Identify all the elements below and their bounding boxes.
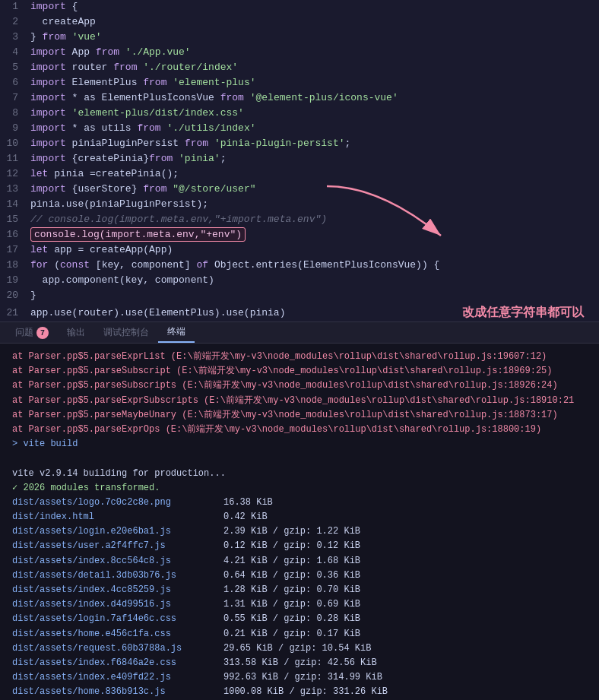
file-name: dist/assets/home.e456c1fa.css bbox=[12, 627, 217, 641]
code-line: 9import * as utils from './utils/index' bbox=[0, 122, 599, 137]
line-content: import piniaPluginPersist from 'pinia-pl… bbox=[30, 138, 599, 149]
line-content: import router from './router/index' bbox=[30, 62, 599, 73]
code-line: 18for (const [key, component] of Object.… bbox=[0, 258, 599, 274]
terminal-file-line: dist/assets/detail.3db03b76.js0.64 KiB /… bbox=[12, 569, 587, 583]
code-line: 5import router from './router/index' bbox=[0, 61, 599, 76]
file-name: dist/assets/login.e20e6ba1.js bbox=[12, 524, 217, 539]
line-content: pinia.use(piniaPluginPersist); bbox=[30, 198, 599, 210]
terminal-error-line: at Parser.pp$5.parseMaybeUnary (E:\前端开发\… bbox=[12, 408, 587, 423]
file-name: dist/index.html bbox=[12, 510, 217, 524]
line-content: import ElementPlus from 'element-plus' bbox=[30, 77, 599, 88]
line-number: 14 bbox=[0, 198, 30, 210]
terminal-file-line: dist/assets/index.d4d99516.js1.31 KiB / … bbox=[12, 597, 587, 612]
line-number: 11 bbox=[0, 153, 30, 164]
editor-area: 1import {2 createApp3} from 'vue'4import… bbox=[0, 0, 599, 321]
line-content: let pinia =createPinia(); bbox=[30, 168, 599, 179]
line-content: import 'element-plus/dist/index.css' bbox=[30, 107, 599, 119]
code-line: 4import App from './App.vue' bbox=[0, 46, 599, 61]
line-number: 2 bbox=[0, 16, 30, 27]
file-size: 0.55 KiB / gzip: 0.28 KiB bbox=[223, 612, 360, 626]
line-number: 4 bbox=[0, 46, 30, 58]
file-size: 16.38 KiB bbox=[223, 496, 273, 510]
file-size: 0.12 KiB / gzip: 0.12 KiB bbox=[223, 539, 360, 553]
file-name: dist/assets/index.8cc564c8.js bbox=[12, 554, 217, 569]
terminal-cmd-line: > vite build bbox=[12, 437, 587, 451]
code-line: 10import piniaPluginPersist from 'pinia-… bbox=[0, 137, 599, 152]
line-content: console.log(import.meta.env,"+env") bbox=[30, 229, 599, 240]
tab-输出[interactable]: 输出 bbox=[58, 323, 94, 342]
file-size: 992.63 KiB / gzip: 314.99 KiB bbox=[223, 670, 382, 685]
file-name: dist/assets/user.a2f4ffc7.js bbox=[12, 539, 217, 553]
code-line: 12let pinia =createPinia(); bbox=[0, 167, 599, 182]
code-line: 17let app = createApp(App) bbox=[0, 243, 599, 258]
file-size: 1000.08 KiB / gzip: 331.26 KiB bbox=[223, 685, 388, 699]
line-content: app.component(key, component) bbox=[30, 274, 599, 286]
line-number: 10 bbox=[0, 138, 30, 149]
line-content: createApp bbox=[30, 16, 599, 27]
line-number: 18 bbox=[0, 259, 30, 271]
file-size: 0.64 KiB / gzip: 0.36 KiB bbox=[223, 569, 360, 583]
file-name: dist/assets/request.60b3788a.js bbox=[12, 641, 217, 656]
tab-badge: 7 bbox=[36, 327, 49, 339]
terminal-build-info: vite v2.9.14 building for production... bbox=[12, 467, 587, 481]
file-name: dist/assets/index.f6846a2e.css bbox=[12, 656, 217, 670]
terminal-build-info: ✓ 2026 modules transformed. bbox=[12, 481, 587, 496]
terminal-file-line: dist/assets/user.a2f4ffc7.js0.12 KiB / g… bbox=[12, 539, 587, 553]
code-line: 8import 'element-plus/dist/index.css' bbox=[0, 106, 599, 122]
line-number: 17 bbox=[0, 244, 30, 255]
line-content: import App from './App.vue' bbox=[30, 46, 599, 58]
tab-调试控制台[interactable]: 调试控制台 bbox=[94, 323, 158, 342]
code-line: 11import {createPinia}from 'pinia'; bbox=[0, 152, 599, 167]
file-name: dist/assets/index.d4d99516.js bbox=[12, 597, 217, 612]
line-content: } bbox=[30, 290, 599, 301]
file-size: 0.21 KiB / gzip: 0.17 KiB bbox=[223, 627, 360, 641]
terminal-error-line: at Parser.pp$5.parseExprOps (E:\前端开发\my-… bbox=[12, 423, 587, 437]
code-line: 6import ElementPlus from 'element-plus' bbox=[0, 76, 599, 91]
line-number: 9 bbox=[0, 122, 30, 134]
terminal-file-line: dist/assets/login.e20e6ba1.js2.39 KiB / … bbox=[12, 524, 587, 539]
line-content: import {createPinia}from 'pinia'; bbox=[30, 153, 599, 164]
terminal-file-line: dist/assets/index.e409fd22.js992.63 KiB … bbox=[12, 670, 587, 685]
code-line: 14pinia.use(piniaPluginPersist); bbox=[0, 198, 599, 213]
line-number: 7 bbox=[0, 92, 30, 103]
code-line: 16console.log(import.meta.env,"+env") bbox=[0, 228, 599, 243]
line-content: // console.log(import.meta.env,"+import.… bbox=[30, 214, 599, 225]
code-line: 3} from 'vue' bbox=[0, 30, 599, 46]
line-content: app.use(router).use(ElementPlus).use(pin… bbox=[30, 307, 447, 318]
terminal-file-line: dist/assets/login.7af14e6c.css0.55 KiB /… bbox=[12, 612, 587, 626]
terminal-file-line: dist/assets/index.8cc564c8.js4.21 KiB / … bbox=[12, 554, 587, 569]
annotation-text: 改成任意字符串都可以 bbox=[462, 305, 599, 321]
terminal-file-line: dist/index.html0.42 KiB bbox=[12, 510, 587, 524]
code-line: 15// console.log(import.meta.env,"+impor… bbox=[0, 213, 599, 228]
line-number: 15 bbox=[0, 214, 30, 225]
terminal-content: at Parser.pp$5.parseExprList (E:\前端开发\my… bbox=[0, 344, 599, 700]
file-size: 29.65 KiB / gzip: 10.54 KiB bbox=[223, 641, 371, 656]
line-content: import {userStore} from "@/store/user" bbox=[30, 183, 599, 195]
tab-问题[interactable]: 问题7 bbox=[6, 323, 58, 343]
file-name: dist/assets/logo.7c0c2c8e.png bbox=[12, 496, 217, 510]
line-number: 19 bbox=[0, 274, 30, 286]
terminal-file-line: dist/assets/request.60b3788a.js29.65 KiB… bbox=[12, 641, 587, 656]
line-number: 12 bbox=[0, 168, 30, 179]
bottom-panel: 问题7输出调试控制台终端 at Parser.pp$5.parseExprLis… bbox=[0, 321, 599, 700]
tab-终端[interactable]: 终端 bbox=[158, 322, 195, 343]
terminal-error-line: at Parser.pp$5.parseSubscript (E:\前端开发\m… bbox=[12, 364, 587, 379]
file-size: 4.21 KiB / gzip: 1.68 KiB bbox=[223, 554, 360, 569]
terminal-file-line: dist/assets/logo.7c0c2c8e.png16.38 KiB bbox=[12, 496, 587, 510]
file-size: 2.39 KiB / gzip: 1.22 KiB bbox=[223, 524, 360, 539]
line-number: 3 bbox=[0, 31, 30, 43]
line-number: 1 bbox=[0, 1, 30, 12]
terminal-file-line: dist/assets/home.e456c1fa.css0.21 KiB / … bbox=[12, 627, 587, 641]
line-content: for (const [key, component] of Object.en… bbox=[30, 259, 599, 271]
line-number: 20 bbox=[0, 290, 30, 301]
line-content: } from 'vue' bbox=[30, 31, 599, 43]
terminal-error-line: at Parser.pp$5.parseExprList (E:\前端开发\my… bbox=[12, 350, 587, 364]
file-size: 1.31 KiB / gzip: 0.69 KiB bbox=[223, 597, 360, 612]
line-content: let app = createApp(App) bbox=[30, 244, 599, 255]
file-name: dist/assets/detail.3db03b76.js bbox=[12, 569, 217, 583]
file-size: 0.42 KiB bbox=[223, 510, 268, 524]
code-line: 19 app.component(key, component) bbox=[0, 274, 599, 289]
line-content: import { bbox=[30, 1, 599, 12]
code-line: 21app.use(router).use(ElementPlus).use(p… bbox=[0, 304, 599, 321]
line-number: 6 bbox=[0, 77, 30, 88]
